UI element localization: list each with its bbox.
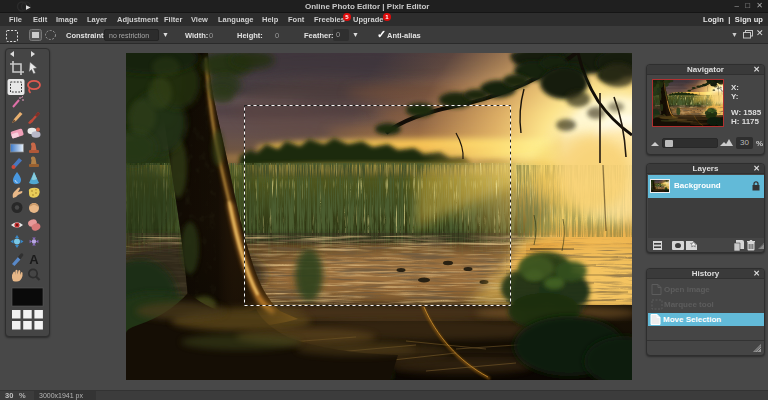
svg-text:A: A	[29, 252, 39, 267]
